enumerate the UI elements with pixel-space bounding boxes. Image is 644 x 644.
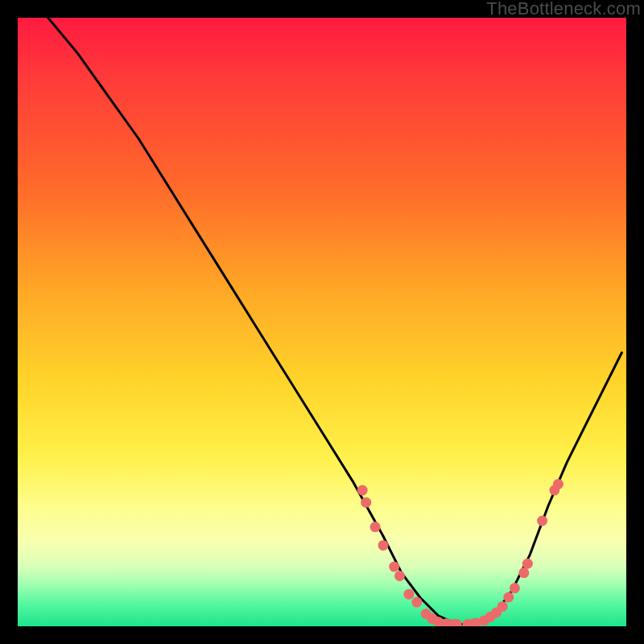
chart-frame xyxy=(16,16,628,628)
chart-gradient-bg xyxy=(16,16,628,628)
